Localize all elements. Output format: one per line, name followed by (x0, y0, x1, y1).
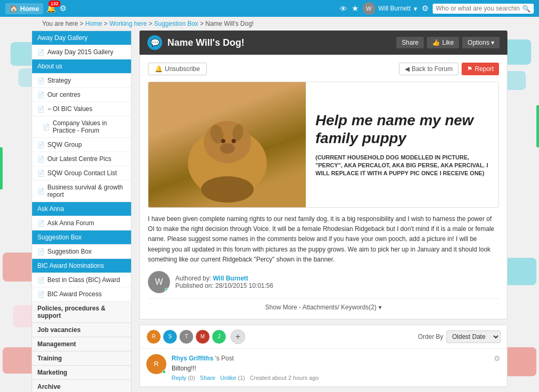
sidebar-item-strategy[interactable]: 📄 Strategy (32, 74, 131, 88)
sidebar-section-marketing[interactable]: Marketing (32, 366, 131, 380)
banner-main-text: Help me name my new family puppy (315, 112, 489, 147)
share-link[interactable]: Share (200, 375, 215, 381)
action-row: 🔔 Unsubscribe ◀ Back to Forum ⚑ Report (148, 63, 499, 75)
sidebar-item-centres[interactable]: 📄 Our centres (32, 88, 131, 102)
home-button[interactable]: 🏠 Home (5, 3, 43, 14)
sidebar-label: Away Day 2015 Gallery (47, 48, 113, 56)
author-link[interactable]: Will Burnett (213, 275, 248, 282)
comments-section: R S T M J + Order By Oldest Date Newest … (139, 325, 507, 387)
page-icon: 📄 (37, 248, 45, 255)
home-label: Home (20, 5, 39, 13)
sidebar-label: Our Latest Centre Pics (47, 155, 111, 163)
sidebar-item-bic-process[interactable]: 📄 BIC Award Process (32, 287, 131, 301)
banner-text-area: Help me name my new family puppy (CURREN… (306, 82, 498, 207)
comment-body: Rhys Griffiths 's Post ⚙ Biltong!!! Repl… (172, 354, 501, 381)
breadcrumb-current: Name Will's Dog! (205, 20, 254, 27)
back-to-forum-button[interactable]: ◀ Back to Forum (399, 63, 458, 75)
dog-svg (175, 84, 280, 205)
sidebar-item-contact-list[interactable]: 📄 SQW Group Contact List (32, 166, 131, 180)
sidebar-section-policies[interactable]: Policies, procedures & support (32, 301, 131, 323)
commenter-name-link[interactable]: Rhys Griffiths (172, 355, 213, 362)
page-icon: 📄 (37, 92, 45, 98)
settings-icon[interactable]: ⚙ (59, 4, 66, 13)
share-button[interactable]: Share (396, 37, 424, 48)
published-row: Published on: 28/10/2015 10:01:56 (175, 282, 273, 289)
post-forum-icon: 💬 (147, 35, 162, 50)
page-icon: 📄 (37, 291, 45, 298)
unlike-link[interactable]: Unlike (220, 375, 236, 381)
options-button[interactable]: Options ▾ (462, 37, 500, 48)
sidebar-label: Ask Anna (37, 205, 64, 213)
sidebar-item-ask-anna[interactable]: Ask Anna (32, 202, 131, 216)
search-input[interactable] (436, 5, 520, 12)
eye-icon[interactable]: 👁 (340, 4, 347, 13)
svg-point-4 (221, 139, 225, 143)
sidebar-item-business[interactable]: 📄 Business survival & growth report (32, 180, 131, 202)
search-bar: 🔍 (433, 4, 534, 14)
gear-icon[interactable]: ⚙ (422, 4, 428, 13)
show-more-button[interactable]: Show More - Attachments/ Keywords(2) ▾ (265, 304, 382, 311)
unsubscribe-button[interactable]: 🔔 Unsubscribe (148, 63, 207, 75)
sidebar-item-about-us[interactable]: About us (32, 59, 131, 74)
sidebar-label: About us (37, 63, 62, 70)
sidebar-item-best-in-class[interactable]: 📄 Best in Class (BIC) Award (32, 273, 131, 287)
sidebar-section-training[interactable]: Training (32, 351, 131, 366)
sidebar-item-bic-award-nominations[interactable]: BIC Award Nominations (32, 259, 131, 273)
sidebar-section-management[interactable]: Management (32, 337, 131, 351)
sidebar-item-company-values[interactable]: 📄 Company Values in Practice - Forum (32, 116, 131, 138)
commenter-avatar-2: S (163, 329, 177, 344)
sidebar-item-suggestion-box-header[interactable]: Suggestion Box (32, 230, 131, 245)
page-icon: 📄 (37, 170, 45, 177)
sidebar-label: − OI BIC Values (47, 105, 92, 113)
page-icon: 📄 (37, 142, 45, 148)
user-menu[interactable]: W Will Burnett ▾ (363, 2, 417, 15)
comment-online-indicator (162, 370, 166, 374)
author-avatar: W (148, 271, 170, 293)
report-button[interactable]: ⚑ Report (462, 63, 499, 75)
sidebar-section-jobs[interactable]: Job vacancies (32, 323, 131, 337)
sidebar-item-away-day-2015[interactable]: 📄 Away Day 2015 Gallery (32, 45, 131, 59)
order-by-label: Order By (418, 333, 443, 340)
sidebar-label: Job vacancies (37, 326, 81, 334)
sidebar-item-bic-values[interactable]: 📄 − OI BIC Values (32, 102, 131, 116)
post-label: 's Post (215, 355, 234, 362)
page-icon: 📄 (37, 277, 45, 284)
svg-point-6 (220, 143, 235, 154)
like-button[interactable]: 👍 Like (427, 37, 459, 48)
breadcrumb-home[interactable]: Home (85, 20, 102, 27)
sidebar-item-away-day-gallery[interactable]: Away Day Gallery (32, 31, 131, 45)
svg-point-5 (232, 139, 236, 143)
star-icon[interactable]: ★ (352, 4, 358, 13)
page-icon: 📄 (37, 188, 45, 195)
commenter-avatar-3: T (179, 329, 194, 344)
notification-badge: 132 (48, 1, 61, 7)
comment-settings-icon[interactable]: ⚙ (494, 354, 501, 363)
sidebar-item-ask-anna-forum[interactable]: 📄 Ask Anna Forum (32, 216, 131, 230)
breadcrumb-working[interactable]: Working here (109, 20, 147, 27)
commenter-avatar-1: R (146, 329, 161, 344)
post-body-text: I have been given complete naming rights… (148, 214, 499, 265)
breadcrumb-suggestion[interactable]: Suggestion Box (154, 20, 198, 27)
breadcrumb-text: You are here > Home > Working here > Sug… (42, 20, 254, 27)
commenters-avatars: R S T M J (146, 329, 226, 344)
sidebar-label: Suggestion Box (37, 234, 82, 241)
search-icon[interactable]: 🔍 (522, 5, 531, 13)
sidebar-item-latest-centre[interactable]: 📄 Our Latest Centre Pics (32, 152, 131, 166)
comment-avatar: R (146, 354, 166, 374)
sidebar-section-archive[interactable]: Archive (32, 380, 131, 392)
back-icon: ◀ (405, 65, 410, 73)
order-by-section: Order By Oldest Date Newest Date (418, 330, 501, 343)
page-icon: 📄 (37, 49, 45, 56)
sidebar-label: Strategy (47, 77, 71, 84)
unlike-count: 1 (240, 375, 243, 381)
sidebar-label: Marketing (37, 369, 67, 376)
add-comment-button[interactable]: + (231, 329, 245, 344)
order-select[interactable]: Oldest Date Newest Date (446, 330, 501, 343)
sidebar-label: Away Day Gallery (37, 34, 87, 42)
reply-link[interactable]: Reply (172, 375, 186, 381)
sidebar-item-sqw-group[interactable]: 📄 SQW Group (32, 138, 131, 152)
author-info: Authored by: Will Burnett Published on: … (175, 275, 273, 289)
sidebar-item-suggestion-box[interactable]: 📄 Suggestion Box (32, 245, 131, 259)
notifications-button[interactable]: 🔔 132 (46, 4, 56, 13)
home-icon: 🏠 (9, 5, 18, 13)
